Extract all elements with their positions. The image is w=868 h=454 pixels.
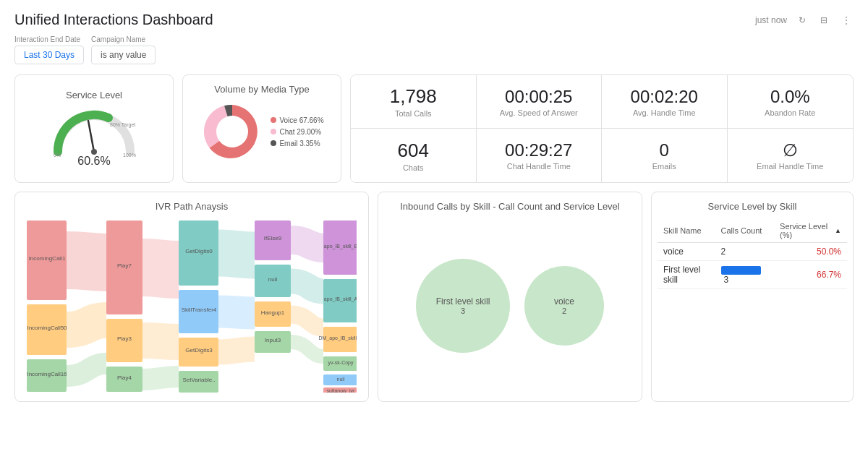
inbound-title: Inbound Calls by Skill - Call Count and … xyxy=(390,201,630,212)
donut-title: Volume by Media Type xyxy=(214,84,309,95)
svg-text:yv-sk-Copy: yv-sk-Copy xyxy=(328,360,354,366)
donut-svg xyxy=(200,99,265,164)
legend-voice: Voice 67.66% xyxy=(271,116,323,124)
metric-email-handle: ∅ Email Handle Time xyxy=(728,129,854,182)
skill-count-voice: 2 xyxy=(715,243,775,261)
svg-text:80% Target: 80% Target xyxy=(110,122,135,128)
more-icon[interactable]: ⋮ xyxy=(839,14,854,27)
voice-label: Voice 67.66% xyxy=(279,116,323,124)
skill-bar-first xyxy=(721,266,761,275)
skill-title: Service Level by Skill xyxy=(652,201,853,212)
timestamp: just now xyxy=(755,15,787,25)
service-level-title: Service Level xyxy=(66,90,122,100)
total-calls-value: 1,798 xyxy=(390,85,437,108)
svg-text:Play7: Play7 xyxy=(117,262,132,269)
svg-point-1 xyxy=(91,149,97,155)
skill-table-wrapper[interactable]: Skill Name Calls Count Service Level (%)… xyxy=(652,219,853,393)
filter-bar: Interaction End Date Last 30 Days Campai… xyxy=(14,35,854,64)
svg-point-5 xyxy=(216,116,248,147)
bubble-voice-label: voice xyxy=(554,296,574,307)
campaign-filter-group: Campaign Name is any value xyxy=(91,35,156,64)
abandon-value: 0.0% xyxy=(770,87,810,107)
skill-name-voice: voice xyxy=(658,243,715,261)
emails-label: Emails xyxy=(652,162,676,171)
chat-dot xyxy=(271,129,276,134)
avg-speed-label: Avg. Speed of Answer xyxy=(500,108,578,117)
emails-value: 0 xyxy=(660,140,669,160)
gauge-container: 80% Target 0% 100% xyxy=(51,105,137,152)
chat-handle-value: 00:29:27 xyxy=(505,140,572,160)
svg-text:SetVariable..: SetVariable.. xyxy=(182,377,215,383)
skill-row-first-level: First level skill 3 66.7% xyxy=(658,261,847,289)
chat-handle-label: Chat Handle Time xyxy=(507,162,571,171)
svg-text:sultanow_ivr: sultanow_ivr xyxy=(327,388,356,393)
chat-label: Chat 29.00% xyxy=(279,128,321,136)
legend-email: Email 3.35% xyxy=(271,140,323,147)
dashboard: Unified Interactions Dashboard just now … xyxy=(0,0,868,454)
ivr-card: IVR Path Anaysis IncomingCall1 IncomingC… xyxy=(14,192,369,402)
bubble-voice: voice 2 xyxy=(524,266,604,346)
campaign-label: Campaign Name xyxy=(91,35,156,43)
skill-sl-voice: 50.0% xyxy=(774,243,847,261)
svg-text:DM_apo_IB_skill_B: DM_apo_IB_skill_B xyxy=(318,335,357,341)
email-handle-value: ∅ xyxy=(783,140,798,160)
ivr-title: IVR Path Anaysis xyxy=(27,201,357,212)
col-service-level: Service Level (%) ▲ xyxy=(774,219,847,243)
donut-legend: Voice 67.66% Chat 29.00% Email 3.35% xyxy=(271,116,323,147)
page-title: Unified Interactions Dashboard xyxy=(14,12,213,28)
filter-icon[interactable]: ⊟ xyxy=(817,14,830,27)
donut-content: Voice 67.66% Chat 29.00% Email 3.35% xyxy=(200,99,323,164)
skill-card: Service Level by Skill Skill Name Calls … xyxy=(651,192,854,402)
email-label: Email 3.35% xyxy=(279,140,320,147)
date-filter-group: Interaction End Date Last 30 Days xyxy=(14,35,84,64)
skill-count-first-num: 3 xyxy=(724,275,729,285)
col-skill-name: Skill Name xyxy=(658,219,715,243)
svg-text:Play4: Play4 xyxy=(117,374,132,381)
date-filter-button[interactable]: Last 30 Days xyxy=(14,46,84,64)
inbound-card: Inbound Calls by Skill - Call Count and … xyxy=(378,192,642,402)
metric-emails: 0 Emails xyxy=(602,129,728,182)
svg-text:GetDigits3: GetDigits3 xyxy=(185,347,213,354)
avg-handle-value: 00:02:20 xyxy=(631,87,698,107)
campaign-value: is any value xyxy=(91,46,156,64)
bubble-first-level: First level skill 3 xyxy=(416,259,510,353)
bubble-first-num: 3 xyxy=(461,307,465,315)
header-actions: just now ↻ ⊟ ⋮ xyxy=(755,14,854,27)
email-handle-label: Email Handle Time xyxy=(757,162,823,171)
svg-text:Hangup1: Hangup1 xyxy=(261,309,285,316)
refresh-icon[interactable]: ↻ xyxy=(796,14,809,27)
metric-avg-speed: 00:00:25 Avg. Speed of Answer xyxy=(477,75,603,129)
metrics-grid: 1,798 Total Calls 00:00:25 Avg. Speed of… xyxy=(350,74,854,183)
bubble-voice-num: 2 xyxy=(562,307,566,315)
svg-text:SkillTransfer4: SkillTransfer4 xyxy=(182,307,217,313)
metric-total-calls: 1,798 Total Calls xyxy=(351,75,477,129)
metric-chat-handle: 00:29:27 Chat Handle Time xyxy=(477,129,603,182)
sankey-svg: IncomingCall1 IncomingCall50 IncomingCal… xyxy=(27,219,357,393)
svg-text:apo_IB_skill_B: apo_IB_skill_B xyxy=(324,244,357,249)
bubble-container: First level skill 3 voice 2 xyxy=(390,219,630,393)
sankey-container: IncomingCall1 IncomingCall50 IncomingCal… xyxy=(27,219,357,393)
bottom-section: IVR Path Anaysis IncomingCall1 IncomingC… xyxy=(14,192,854,402)
donut-card: Volume by Media Type Voice 67.66% xyxy=(182,74,341,183)
svg-line-0 xyxy=(88,121,94,152)
bubble-first-label: First level skill xyxy=(436,296,490,307)
svg-text:IncomingCall16: IncomingCall16 xyxy=(27,371,67,377)
total-calls-label: Total Calls xyxy=(395,109,432,118)
date-filter-label: Interaction End Date xyxy=(14,35,84,43)
gauge-svg: 80% Target 0% 100% xyxy=(51,105,137,155)
skill-sl-first: 66.7% xyxy=(774,261,847,289)
svg-text:IncomingCall1: IncomingCall1 xyxy=(29,255,66,262)
skill-table: Skill Name Calls Count Service Level (%)… xyxy=(658,219,847,289)
email-dot xyxy=(271,140,276,146)
svg-text:null: null xyxy=(337,377,345,382)
abandon-label: Abandon Rate xyxy=(765,108,815,117)
svg-text:apo_IB_skill_A: apo_IB_skill_A xyxy=(324,296,357,302)
col-calls-count: Calls Count xyxy=(715,219,775,243)
chats-label: Chats xyxy=(403,163,424,172)
avg-handle-label: Avg. Handle Time xyxy=(633,108,696,117)
svg-text:null: null xyxy=(268,276,278,283)
metric-abandon: 0.0% Abandon Rate xyxy=(728,75,854,129)
skill-name-first: First level skill xyxy=(658,261,715,289)
top-section: Service Level 80% Target 0% 100% xyxy=(14,74,854,183)
svg-text:IncomingCall50: IncomingCall50 xyxy=(27,325,67,331)
